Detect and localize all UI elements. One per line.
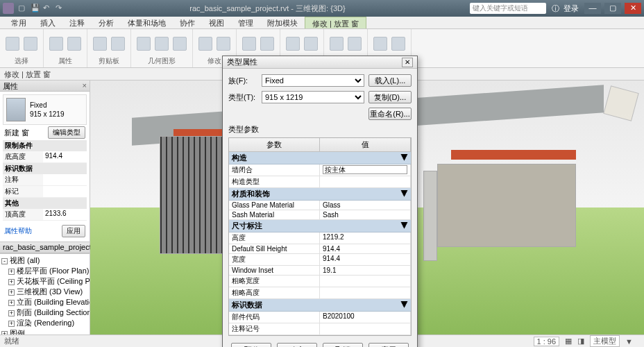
param-value[interactable] bbox=[320, 287, 411, 298]
tree-toggle-icon[interactable]: + bbox=[8, 321, 15, 327]
ribbon-tab[interactable]: 体量和场地 bbox=[121, 17, 173, 28]
ribbon-tool-icon[interactable] bbox=[330, 37, 344, 51]
ribbon-tool-icon[interactable] bbox=[93, 37, 107, 51]
param-value[interactable] bbox=[320, 176, 411, 187]
param-value[interactable] bbox=[320, 276, 411, 287]
param-value[interactable]: B2020100 bbox=[320, 312, 411, 323]
properties-close-icon[interactable]: × bbox=[83, 81, 87, 90]
param-group-header[interactable]: 材质和装饰⯆ bbox=[229, 188, 411, 201]
param-group-header[interactable]: 标识数据⯆ bbox=[229, 299, 411, 312]
qat-open-icon[interactable]: ▢ bbox=[18, 3, 28, 13]
ribbon-tab[interactable]: 附加模块 bbox=[260, 17, 305, 28]
apply-button[interactable]: 应用 bbox=[368, 343, 409, 347]
ribbon-tool-icon[interactable] bbox=[6, 37, 19, 51]
tree-toggle-icon[interactable]: + bbox=[8, 310, 15, 316]
login-link[interactable]: 登录 bbox=[564, 3, 579, 14]
param-value[interactable]: Glass bbox=[320, 201, 411, 210]
ribbon-tab[interactable]: 管理 bbox=[231, 17, 260, 28]
qat-redo-icon[interactable]: ↷ bbox=[56, 3, 65, 13]
minimize-button[interactable]: — bbox=[584, 3, 601, 14]
edit-type-button[interactable]: 编辑类型 bbox=[48, 126, 85, 139]
ribbon-tool-icon[interactable] bbox=[24, 37, 37, 51]
collapse-icon[interactable]: ⯆ bbox=[400, 221, 408, 231]
param-value[interactable] bbox=[320, 164, 411, 176]
app-icon[interactable] bbox=[3, 3, 14, 14]
dialog-title-bar[interactable]: 类型属性 ✕ bbox=[223, 56, 417, 69]
param-value[interactable]: 914.4 bbox=[320, 244, 411, 253]
tree-toggle-icon[interactable]: + bbox=[8, 289, 15, 296]
ribbon-tool-icon[interactable] bbox=[137, 37, 151, 51]
duplicate-button[interactable]: 复制(D)... bbox=[368, 91, 412, 103]
detail-level-icon[interactable]: ▦ bbox=[565, 337, 572, 346]
param-group-header[interactable]: 尺寸标注⯆ bbox=[229, 220, 411, 232]
ribbon-tool-icon[interactable] bbox=[173, 37, 187, 51]
project-browser[interactable]: -视图 (all)+楼层平面 (Floor Plan)+天花板平面 (Ceili… bbox=[0, 253, 90, 335]
qat-save-icon[interactable]: 💾 bbox=[31, 3, 40, 13]
ribbon-tool-icon[interactable] bbox=[286, 37, 300, 51]
ribbon-tab[interactable]: 协作 bbox=[173, 17, 202, 28]
type-select[interactable]: 915 x 1219 bbox=[262, 91, 364, 103]
dialog-close-icon[interactable]: ✕ bbox=[402, 58, 413, 67]
param-value[interactable]: Sash bbox=[320, 210, 411, 219]
tree-node[interactable]: +图例 bbox=[1, 328, 88, 335]
tree-node[interactable]: +立面 (Building Elevation) bbox=[1, 297, 88, 307]
param-group-header[interactable]: 构造⯆ bbox=[229, 152, 411, 164]
workset-display[interactable]: 主模型 bbox=[590, 335, 620, 347]
property-section-header[interactable]: 其他 bbox=[3, 198, 87, 209]
ribbon-tool-icon[interactable] bbox=[304, 37, 318, 51]
param-value[interactable] bbox=[320, 323, 411, 335]
ribbon-tool-icon[interactable] bbox=[391, 37, 405, 51]
tree-node[interactable]: +渲染 (Rendering) bbox=[1, 318, 88, 328]
type-selector[interactable]: Fixed 915 x 1219 bbox=[3, 94, 87, 125]
ribbon-tool-icon[interactable] bbox=[67, 37, 81, 51]
ribbon-tab[interactable]: 常用 bbox=[4, 17, 33, 28]
load-button[interactable]: 载入(L)... bbox=[368, 74, 412, 87]
property-value[interactable] bbox=[43, 174, 87, 185]
tree-toggle-icon[interactable]: + bbox=[8, 279, 15, 285]
property-value[interactable]: 2133.6 bbox=[43, 209, 87, 220]
tree-toggle-icon[interactable]: - bbox=[1, 258, 8, 264]
visual-style-icon[interactable]: ◨ bbox=[577, 337, 584, 346]
param-value[interactable]: 19.1 bbox=[320, 266, 411, 275]
collapse-icon[interactable]: ⯆ bbox=[400, 300, 408, 310]
maximize-button[interactable]: ▢ bbox=[604, 3, 621, 14]
preview-button[interactable]: << 预览(P) bbox=[231, 343, 271, 347]
collapse-icon[interactable]: ⯆ bbox=[400, 153, 408, 163]
scale-display[interactable]: 1 : 96 bbox=[534, 337, 560, 346]
ok-button[interactable]: 确定 bbox=[277, 343, 317, 347]
ribbon-tool-icon[interactable] bbox=[260, 37, 274, 51]
ribbon-tool-icon[interactable] bbox=[373, 37, 387, 51]
close-button[interactable]: ✕ bbox=[625, 3, 641, 14]
rename-button[interactable]: 重命名(R)... bbox=[368, 108, 412, 120]
ribbon-tool-icon[interactable] bbox=[198, 37, 212, 51]
tree-toggle-icon[interactable]: + bbox=[8, 269, 15, 275]
tree-toggle-icon[interactable]: + bbox=[8, 300, 15, 306]
ribbon-tab[interactable]: 视图 bbox=[202, 17, 231, 28]
property-section-header[interactable]: 标识数据 bbox=[3, 163, 87, 174]
qat-undo-icon[interactable]: ↶ bbox=[43, 3, 53, 13]
tree-node[interactable]: +楼层平面 (Floor Plan) bbox=[1, 266, 88, 276]
properties-apply-button[interactable]: 应用 bbox=[62, 225, 85, 237]
ribbon-tool-icon[interactable] bbox=[155, 37, 169, 51]
tree-node[interactable]: +天花板平面 (Ceiling Plan) bbox=[1, 276, 88, 287]
ribbon-tab[interactable]: 插入 bbox=[33, 17, 62, 28]
ribbon-tab[interactable]: 注释 bbox=[62, 17, 92, 28]
properties-help-link[interactable]: 属性帮助 bbox=[4, 226, 32, 236]
ribbon-tool-icon[interactable] bbox=[217, 37, 230, 51]
property-value[interactable] bbox=[43, 186, 87, 197]
help-search-input[interactable]: 键入关键字或短语 bbox=[470, 3, 546, 14]
tree-node[interactable]: -视图 (all) bbox=[1, 255, 88, 266]
info-icon[interactable]: ⓘ bbox=[552, 3, 559, 14]
ribbon-tool-icon[interactable] bbox=[111, 37, 125, 51]
filter-icon[interactable]: ▼ bbox=[625, 337, 633, 346]
ribbon-tab[interactable]: 修改 | 放置 窗 bbox=[305, 17, 366, 28]
cancel-button[interactable]: 取消 bbox=[323, 343, 363, 347]
ribbon-tool-icon[interactable] bbox=[49, 37, 63, 51]
param-value-input[interactable] bbox=[323, 165, 407, 174]
tree-node[interactable]: +剖面 (Building Section) bbox=[1, 307, 88, 318]
property-value[interactable]: 914.4 bbox=[43, 151, 87, 162]
family-select[interactable]: Fixed bbox=[262, 74, 364, 87]
param-value[interactable]: 914.4 bbox=[320, 254, 411, 265]
ribbon-tool-icon[interactable] bbox=[348, 37, 362, 51]
collapse-icon[interactable]: ⯆ bbox=[400, 189, 408, 199]
